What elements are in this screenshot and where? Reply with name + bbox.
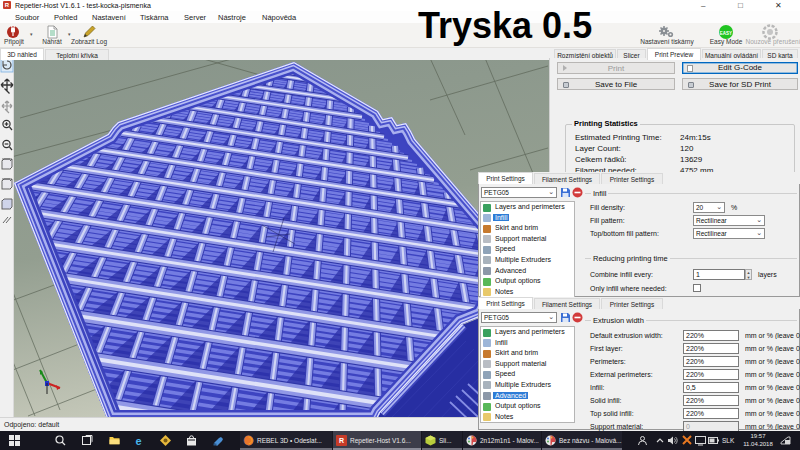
svg-text:e: e — [135, 435, 141, 446]
svg-text:EASY: EASY — [720, 31, 732, 36]
